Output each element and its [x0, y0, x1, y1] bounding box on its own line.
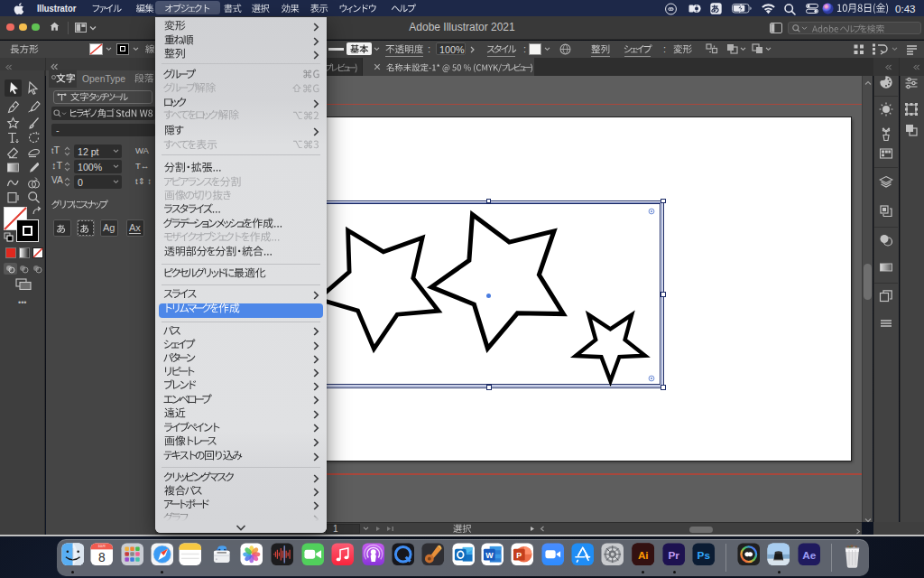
svg-text:W: W	[485, 551, 494, 560]
svg-text:10月: 10月	[98, 544, 106, 548]
svg-text:Ps: Ps	[698, 549, 711, 561]
svg-text:Ai: Ai	[638, 549, 649, 561]
svg-text:P: P	[517, 551, 522, 560]
svg-text:8: 8	[98, 551, 106, 564]
svg-text:Ae: Ae	[802, 549, 816, 561]
svg-text:Pr: Pr	[669, 549, 680, 561]
